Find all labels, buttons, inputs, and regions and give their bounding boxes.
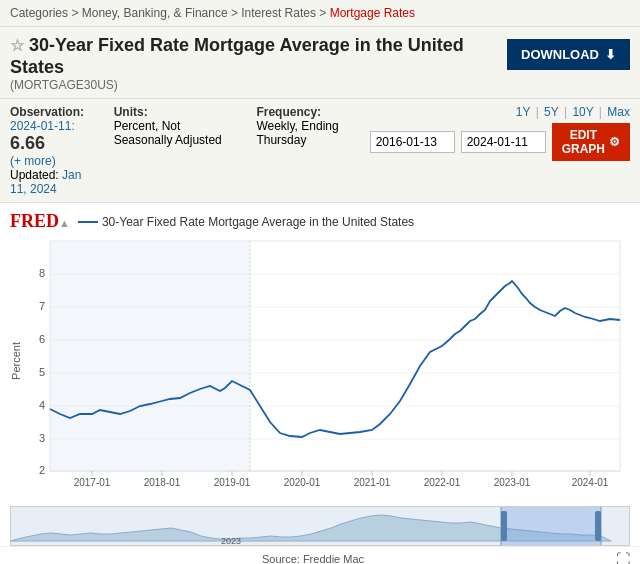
svg-rect-1 (50, 241, 250, 471)
svg-rect-36 (595, 511, 601, 541)
chart-header: FRED▲ 30-Year Fixed Rate Mortgage Averag… (0, 203, 640, 236)
chart-title-line: 30-Year Fixed Rate Mortgage Average in t… (78, 215, 414, 229)
max-link[interactable]: Max (607, 105, 630, 119)
ticker-subtitle: (MORTGAGE30US) (10, 78, 497, 92)
svg-text:8: 8 (39, 267, 45, 279)
chart-svg: 8 7 6 5 4 3 2 Percent 2017-01 2018-01 20… (10, 236, 630, 506)
svg-text:2023: 2023 (221, 536, 241, 546)
svg-text:4: 4 (39, 399, 45, 411)
chart-svg-container: 8 7 6 5 4 3 2 Percent 2017-01 2018-01 20… (0, 236, 640, 506)
source-text: Source: Freddie Mac (262, 553, 364, 564)
svg-text:2023-01: 2023-01 (494, 477, 531, 488)
title-area: ☆ 30-Year Fixed Rate Mortgage Average in… (0, 27, 640, 99)
svg-text:2: 2 (39, 464, 45, 476)
edit-graph-button[interactable]: EDIT GRAPH ⚙ (552, 123, 630, 161)
frequency-value: Weekly, Ending Thursday (256, 119, 349, 147)
download-button[interactable]: DOWNLOAD ⬇ (507, 39, 630, 70)
breadcrumb-interest[interactable]: Interest Rates (241, 6, 316, 20)
fred-logo: FRED▲ (10, 211, 70, 232)
breadcrumb-categories[interactable]: Categories (10, 6, 68, 20)
observation-date: 2024-01-11: 6.66 (10, 119, 94, 154)
updated-info: Updated: Jan 11, 2024 (10, 168, 94, 196)
frequency-label: Frequency: (256, 105, 349, 119)
favorite-star-icon[interactable]: ☆ (10, 37, 24, 54)
svg-text:Percent: Percent (10, 342, 22, 380)
svg-rect-35 (501, 511, 507, 541)
date-range-row: EDIT GRAPH ⚙ (370, 123, 630, 161)
units-block: Units: Percent, Not Seasonally Adjusted (114, 105, 237, 147)
5y-link[interactable]: 5Y (544, 105, 558, 119)
observation-block: Observation: 2024-01-11: 6.66 (+ more) U… (10, 105, 94, 196)
series-title: 30-Year Fixed Rate Mortgage Average in t… (102, 215, 414, 229)
breadcrumb-money[interactable]: Money, Banking, & Finance (82, 6, 228, 20)
observation-more: (+ more) (10, 154, 94, 168)
svg-text:2020-01: 2020-01 (284, 477, 321, 488)
svg-text:2024-01: 2024-01 (572, 477, 609, 488)
chart-area: FRED▲ 30-Year Fixed Rate Mortgage Averag… (0, 203, 640, 564)
start-date-input[interactable] (370, 131, 455, 153)
svg-text:6: 6 (39, 333, 45, 345)
title-left: ☆ 30-Year Fixed Rate Mortgage Average in… (10, 35, 497, 92)
mini-chart-svg: 2023 (11, 506, 611, 546)
svg-text:5: 5 (39, 366, 45, 378)
observation-label: Observation: (10, 105, 94, 119)
settings-icon: ⚙ (609, 135, 620, 149)
chart-controls: 1Y | 5Y | 10Y | Max EDIT GRAPH ⚙ (370, 105, 630, 161)
svg-rect-34 (501, 506, 601, 546)
svg-text:7: 7 (39, 300, 45, 312)
series-color-indicator (78, 221, 98, 223)
end-date-input[interactable] (461, 131, 546, 153)
breadcrumb-current: Mortgage Rates (330, 6, 415, 20)
units-value: Percent, Not Seasonally Adjusted (114, 119, 237, 147)
expand-icon[interactable]: ⛶ (616, 551, 630, 564)
svg-text:3: 3 (39, 432, 45, 444)
frequency-block: Frequency: Weekly, Ending Thursday (256, 105, 349, 147)
mini-navigator[interactable]: 2023 (10, 506, 630, 546)
breadcrumb: Categories > Money, Banking, & Finance >… (0, 0, 640, 27)
svg-text:2018-01: 2018-01 (144, 477, 181, 488)
units-label: Units: (114, 105, 237, 119)
svg-text:2019-01: 2019-01 (214, 477, 251, 488)
10y-link[interactable]: 10Y (572, 105, 593, 119)
source-bar: Source: Freddie Mac ⛶ (0, 546, 640, 564)
observation-value: 6.66 (10, 133, 45, 153)
download-icon: ⬇ (605, 47, 616, 62)
time-range-links: 1Y | 5Y | 10Y | Max (516, 105, 630, 119)
1y-link[interactable]: 1Y (516, 105, 530, 119)
svg-text:2022-01: 2022-01 (424, 477, 461, 488)
info-bar: Observation: 2024-01-11: 6.66 (+ more) U… (0, 99, 640, 203)
svg-text:2017-01: 2017-01 (74, 477, 111, 488)
svg-text:2021-01: 2021-01 (354, 477, 391, 488)
page-title: ☆ 30-Year Fixed Rate Mortgage Average in… (10, 35, 497, 78)
